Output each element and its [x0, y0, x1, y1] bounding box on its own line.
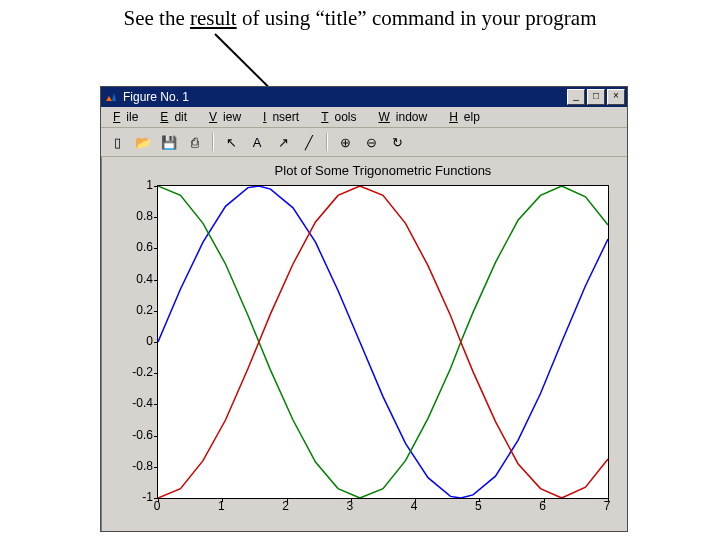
ytick-mark: [154, 467, 158, 468]
minimize-button[interactable]: _: [567, 89, 585, 105]
ytick-label: -0.8: [132, 459, 153, 473]
menubar: File Edit View Insert Tools Window Help: [101, 107, 627, 128]
ytick-mark: [154, 248, 158, 249]
window-buttons: _ □ ×: [567, 89, 625, 105]
xtick-label: 1: [218, 499, 225, 513]
xtick-label: 7: [604, 499, 611, 513]
menu-tools[interactable]: Tools: [315, 109, 368, 125]
zoom-in-icon[interactable]: ⊕: [333, 131, 357, 153]
menu-edit[interactable]: Edit: [154, 109, 199, 125]
ytick-mark: [154, 217, 158, 218]
new-icon[interactable]: ▯: [105, 131, 129, 153]
open-icon[interactable]: 📂: [131, 131, 155, 153]
toolbar-separator: [212, 133, 214, 151]
xtick-label: 6: [539, 499, 546, 513]
caption-underline: result: [190, 6, 237, 30]
chart-title: Plot of Some Trigonometric Functions: [157, 163, 609, 178]
ytick-mark: [154, 373, 158, 374]
ytick-mark: [154, 404, 158, 405]
text-icon[interactable]: A: [245, 131, 269, 153]
ytick-label: 0.4: [136, 272, 153, 286]
plot-canvas: [158, 186, 608, 498]
menu-insert[interactable]: Insert: [257, 109, 311, 125]
ytick-mark: [154, 280, 158, 281]
series--cos(x): [158, 186, 608, 498]
titlebar: Figure No. 1 _ □ ×: [101, 87, 627, 107]
xtick-label: 4: [411, 499, 418, 513]
ytick-mark: [154, 342, 158, 343]
ytick-label: 0.8: [136, 209, 153, 223]
window-title: Figure No. 1: [123, 90, 189, 104]
line-icon[interactable]: ╱: [297, 131, 321, 153]
axes: [157, 185, 609, 499]
rotate-icon[interactable]: ↻: [385, 131, 409, 153]
menu-help[interactable]: Help: [443, 109, 492, 125]
xtick-label: 5: [475, 499, 482, 513]
matlab-icon: [103, 89, 119, 105]
print-icon[interactable]: ⎙: [183, 131, 207, 153]
xtick-label: 2: [282, 499, 289, 513]
pointer-icon[interactable]: ↖: [219, 131, 243, 153]
arrow-icon[interactable]: ↗: [271, 131, 295, 153]
zoom-out-icon[interactable]: ⊖: [359, 131, 383, 153]
ytick-label: -0.6: [132, 428, 153, 442]
save-icon[interactable]: 💾: [157, 131, 181, 153]
figure-area: Plot of Some Trigonometric Functions -1-…: [107, 159, 621, 525]
maximize-button[interactable]: □: [587, 89, 605, 105]
ytick-mark: [154, 436, 158, 437]
ytick-label: 1: [146, 178, 153, 192]
close-button[interactable]: ×: [607, 89, 625, 105]
caption-pre: See the: [124, 6, 190, 30]
figure-window: Figure No. 1 _ □ × File Edit View Insert…: [100, 86, 628, 532]
menu-file[interactable]: File: [107, 109, 150, 125]
ytick-label: 0.2: [136, 303, 153, 317]
toolbar: ▯📂💾⎙↖A↗╱⊕⊖↻: [101, 128, 627, 157]
toolbar-separator: [326, 133, 328, 151]
series-cos(x): [158, 186, 608, 498]
ytick-label: 0: [146, 334, 153, 348]
ytick-label: 0.6: [136, 240, 153, 254]
slide-caption: See the result of using “title” command …: [0, 0, 720, 31]
ytick-label: -0.2: [132, 365, 153, 379]
caption-suf: of using “title” command in your program: [237, 6, 597, 30]
series-sin(x): [158, 186, 608, 498]
ytick-label: -0.4: [132, 396, 153, 410]
xtick-label: 3: [347, 499, 354, 513]
ytick-mark: [154, 186, 158, 187]
menu-view[interactable]: View: [203, 109, 253, 125]
ytick-mark: [154, 311, 158, 312]
menu-window[interactable]: Window: [372, 109, 439, 125]
ytick-label: -1: [142, 490, 153, 504]
xtick-label: 0: [154, 499, 161, 513]
